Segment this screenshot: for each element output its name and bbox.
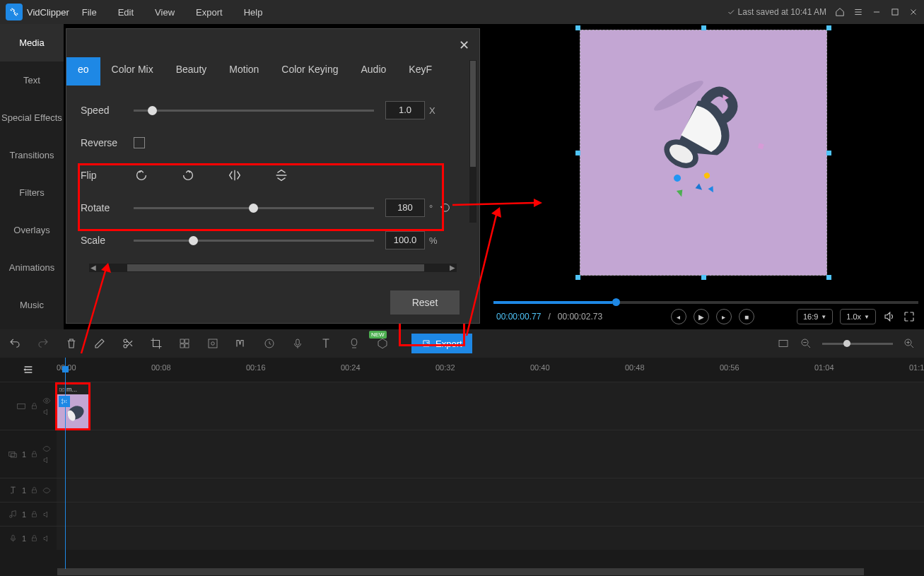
track-mute-icon[interactable] [42, 510, 51, 519]
track-voice-icon[interactable] [8, 534, 18, 543]
resize-handle[interactable] [826, 25, 831, 30]
track-lock-icon[interactable] [30, 486, 38, 494]
rotate-cw-icon[interactable] [180, 167, 196, 183]
track-lock-icon[interactable] [30, 510, 38, 518]
track-lock-icon[interactable] [30, 534, 38, 542]
timeline-hscroll[interactable] [57, 568, 924, 576]
sidebar-item-media[interactable]: Media [0, 24, 64, 61]
reset-button[interactable]: Reset [390, 290, 460, 315]
mosaic-icon[interactable] [178, 337, 191, 350]
video-clip[interactable]: m... [57, 384, 89, 429]
flip-horizontal-icon[interactable] [227, 167, 242, 183]
stop-button[interactable]: ■ [739, 309, 754, 324]
sidebar-item-overlays[interactable]: Overlays [0, 211, 64, 249]
rotate-reset-icon[interactable] [440, 202, 451, 213]
track-mute-icon[interactable] [42, 408, 51, 416]
track-text-icon[interactable] [8, 486, 18, 495]
close-icon[interactable] [908, 7, 918, 17]
tab-motion[interactable]: Motion [218, 57, 270, 86]
maximize-icon[interactable] [890, 7, 900, 17]
panel-hscroll[interactable]: ◀ ▶ [89, 264, 457, 272]
zoom-out-icon[interactable] [800, 337, 812, 350]
flip-vertical-icon[interactable] [274, 167, 289, 183]
preview-canvas[interactable] [580, 30, 827, 276]
scale-slider[interactable] [134, 240, 374, 242]
track-visibility-icon[interactable] [42, 396, 51, 405]
freeze-icon[interactable] [206, 337, 219, 350]
zoom-in-icon[interactable] [903, 337, 916, 350]
menu-export[interactable]: Export [196, 7, 223, 18]
track-visibility-icon[interactable] [42, 445, 51, 453]
tab-color-keying[interactable]: Color Keying [270, 57, 349, 86]
menu-edit[interactable]: Edit [118, 7, 134, 18]
progress-thumb[interactable] [612, 298, 620, 306]
resize-handle[interactable] [575, 275, 580, 280]
zoom-slider[interactable] [822, 343, 893, 345]
sidebar-item-special-effects[interactable]: Special Effects [0, 99, 64, 136]
track-mute-icon[interactable] [42, 534, 51, 543]
redo-icon[interactable] [37, 337, 49, 350]
next-frame-button[interactable]: ▸ [716, 309, 732, 324]
text-tool-icon[interactable] [320, 337, 332, 350]
aspect-ratio-selector[interactable]: 16:9▼ [797, 309, 833, 324]
resize-handle[interactable] [575, 25, 580, 30]
rotate-ccw-icon[interactable] [134, 167, 149, 183]
sidebar-item-transitions[interactable]: Transitions [0, 136, 64, 174]
undo-icon[interactable] [8, 337, 21, 350]
rotate-slider[interactable] [134, 207, 374, 209]
resize-handle[interactable] [826, 151, 831, 155]
track-menu-icon[interactable] [21, 364, 35, 375]
reverse-checkbox[interactable] [134, 137, 145, 148]
resize-handle[interactable] [826, 275, 831, 280]
track-video-icon[interactable] [16, 401, 26, 411]
split-icon[interactable] [122, 337, 134, 350]
prev-frame-button[interactable]: ◂ [671, 309, 686, 324]
sidebar-item-text[interactable]: Text [0, 61, 64, 99]
speed-value[interactable]: 1.0 [385, 101, 425, 119]
tab-video[interactable]: eo [66, 57, 100, 86]
voice-icon[interactable] [291, 337, 304, 350]
play-button[interactable]: ▶ [694, 309, 709, 324]
track-music-icon[interactable] [8, 510, 18, 519]
menu-help[interactable]: Help [244, 7, 263, 18]
delete-icon[interactable] [65, 337, 78, 350]
duration-icon[interactable] [263, 337, 276, 350]
playhead[interactable] [65, 358, 66, 569]
track-lock-icon[interactable] [30, 450, 38, 458]
tab-beauty[interactable]: Beauty [165, 57, 218, 86]
track-visibility-icon[interactable] [42, 486, 51, 495]
scroll-right-icon[interactable]: ▶ [448, 264, 457, 272]
export-button[interactable]: Export [411, 334, 472, 353]
rotate-value[interactable]: 180 [385, 199, 425, 217]
tab-color-mix[interactable]: Color Mix [100, 57, 165, 86]
menu-file[interactable]: File [82, 7, 97, 18]
track-lock-icon[interactable] [30, 402, 38, 410]
scale-value[interactable]: 100.0 [385, 231, 425, 249]
green-screen-icon[interactable] [376, 337, 389, 350]
panel-close-button[interactable]: ✕ [457, 37, 471, 52]
fullscreen-icon[interactable] [903, 310, 916, 323]
safe-zone-icon[interactable] [777, 337, 790, 350]
scroll-left-icon[interactable]: ◀ [89, 264, 98, 272]
tab-audio[interactable]: Audio [349, 57, 397, 86]
minimize-icon[interactable] [872, 7, 882, 17]
resize-handle[interactable] [701, 25, 706, 30]
track-mute-icon[interactable] [42, 456, 51, 464]
tab-keyframe[interactable]: KeyF [397, 57, 443, 86]
track-overlay-icon[interactable] [8, 449, 18, 459]
home-icon[interactable] [835, 7, 845, 17]
volume-icon[interactable] [883, 310, 896, 323]
speed-slider[interactable] [134, 110, 374, 112]
crop-icon[interactable] [150, 337, 163, 350]
zoom-tool-icon[interactable] [235, 337, 247, 350]
playback-speed-selector[interactable]: 1.0x▼ [840, 309, 876, 324]
preview-progress[interactable] [493, 301, 918, 304]
time-ruler[interactable]: 00:00 00:08 00:16 00:24 00:32 00:40 00:4… [57, 358, 924, 382]
sidebar-item-music[interactable]: Music [0, 286, 64, 324]
sidebar-item-filters[interactable]: Filters [0, 174, 64, 211]
speech-icon[interactable] [348, 337, 361, 350]
resize-handle[interactable] [701, 275, 706, 280]
menu-view[interactable]: View [155, 7, 175, 18]
hamburger-icon[interactable] [853, 7, 863, 17]
resize-handle[interactable] [575, 151, 580, 155]
